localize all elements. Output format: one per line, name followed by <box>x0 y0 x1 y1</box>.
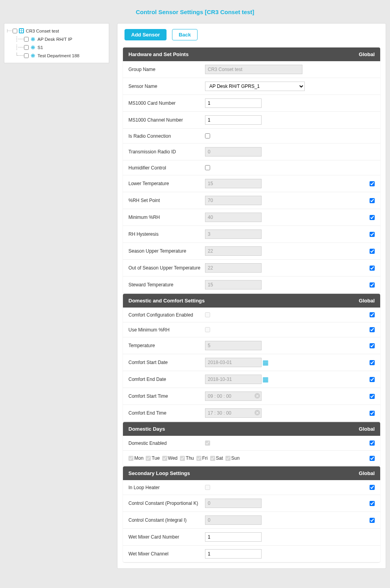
field-label: Control Constant (Integral I) <box>128 517 205 523</box>
global-checkbox[interactable] <box>370 485 375 490</box>
sensor-name-select[interactable]: AP Desk RH/T GPRS_1 <box>205 82 305 91</box>
loop-panel: Secondary Loop Settings Global In Loop H… <box>123 466 380 562</box>
global-checkbox[interactable] <box>370 327 375 332</box>
wet-card-input[interactable] <box>205 532 262 542</box>
group-name-input <box>205 65 302 74</box>
field-label: Steward Temperature <box>128 282 205 288</box>
tree-checkbox[interactable] <box>24 37 29 42</box>
back-button[interactable]: Back <box>172 29 198 40</box>
tree-label: S1 <box>37 45 43 50</box>
lower-temp-input <box>205 179 262 188</box>
days-panel: Domestic Days Global Domestic Enabled Mo… <box>123 422 380 466</box>
global-header-label: Global <box>359 298 375 304</box>
field-label: Out of Season Upper Temperature <box>128 265 205 271</box>
comfort-start-time-input <box>205 391 262 401</box>
clear-icon[interactable]: ✕ <box>255 393 260 399</box>
day-sun-checkbox <box>225 456 231 461</box>
global-header-label: Global <box>359 426 375 432</box>
card-number-input[interactable] <box>205 98 262 108</box>
rh-set-input <box>205 196 262 205</box>
tree-connector: └┄┄ <box>15 53 23 58</box>
panel-title: Secondary Loop Settings <box>128 470 190 476</box>
panel-title: Hardware and Set Points <box>128 51 189 57</box>
global-checkbox[interactable] <box>370 518 375 523</box>
tree-checkbox[interactable] <box>13 29 17 33</box>
global-checkbox[interactable] <box>370 360 375 365</box>
prop-k-input <box>205 499 262 508</box>
tree-checkbox[interactable] <box>24 45 29 50</box>
tree-node-child[interactable]: └┄┄ ❋ Test Department 188 <box>7 51 106 60</box>
field-label: Is Radio Connection <box>128 133 205 139</box>
domestic-temp-input <box>205 341 262 350</box>
global-checkbox[interactable] <box>370 441 375 446</box>
day-tue-checkbox <box>146 456 151 461</box>
global-checkbox[interactable] <box>370 282 375 288</box>
global-checkbox[interactable] <box>370 501 375 506</box>
tree-node-child[interactable]: ┊┄┄ ❋ AP Desk RH/T IP <box>7 35 106 43</box>
channel-number-input[interactable] <box>205 115 262 125</box>
field-label: Wet Mixer Channel <box>128 551 205 557</box>
day-label: Mon <box>134 455 143 461</box>
global-checkbox[interactable] <box>370 181 375 186</box>
global-checkbox[interactable] <box>370 343 375 348</box>
field-label: Transmission Radio ID <box>128 149 205 155</box>
comfort-end-time-input <box>205 408 262 418</box>
global-checkbox[interactable] <box>370 394 375 399</box>
field-label: Use Minimum %RH <box>128 327 205 333</box>
global-checkbox[interactable] <box>370 456 375 461</box>
field-label: MS1000 Channel Number <box>128 117 205 123</box>
tree-connector: ⊦┄ <box>7 28 12 34</box>
humidifier-checkbox[interactable] <box>205 165 210 170</box>
out-season-upper-input <box>205 263 262 273</box>
tree-label: AP Desk RH/T IP <box>37 37 72 42</box>
main-panel: Add Sensor Back Hardware and Set Points … <box>117 23 386 569</box>
tree-node-root[interactable]: ⊦┄ CR3 Conset test <box>7 27 106 35</box>
panel-title: Domestic and Comfort Settings <box>128 298 205 304</box>
tree-connector: ┊┄┄ <box>15 36 23 42</box>
global-checkbox[interactable] <box>370 377 375 382</box>
global-checkbox[interactable] <box>370 312 375 317</box>
wet-channel-input[interactable] <box>205 549 262 559</box>
fan-icon: ❋ <box>30 45 36 50</box>
day-thu-checkbox <box>180 456 185 461</box>
day-mon-checkbox <box>128 456 134 461</box>
global-header-label: Global <box>359 470 375 476</box>
field-label: Domestic Enabled <box>128 441 205 446</box>
add-sensor-button[interactable]: Add Sensor <box>125 29 167 40</box>
field-label: Comfort Start Time <box>128 393 205 399</box>
domestic-enabled-checkbox <box>205 441 210 446</box>
field-label: Sensor Name <box>128 84 205 89</box>
tree-checkbox[interactable] <box>24 53 29 58</box>
global-header-label: Global <box>359 51 375 57</box>
sidebar-tree: ⊦┄ CR3 Conset test ┊┄┄ ❋ AP Desk RH/T IP… <box>4 23 109 63</box>
in-loop-checkbox <box>205 485 210 490</box>
day-wed-checkbox <box>162 456 167 461</box>
field-label: Group Name <box>128 67 205 72</box>
min-rh-input <box>205 213 262 222</box>
global-checkbox[interactable] <box>370 411 375 416</box>
panel-title: Domestic Days <box>128 426 165 432</box>
day-label: Sat <box>216 455 223 461</box>
field-label: MS1000 Card Number <box>128 100 205 106</box>
global-checkbox[interactable] <box>370 249 375 254</box>
global-checkbox[interactable] <box>370 232 375 237</box>
field-label: %RH Set Point <box>128 198 205 203</box>
is-radio-checkbox[interactable] <box>205 133 210 138</box>
global-checkbox[interactable] <box>370 198 375 203</box>
grid-icon <box>19 28 24 34</box>
field-label: Comfort End Date <box>128 377 205 382</box>
fan-icon: ❋ <box>30 53 36 58</box>
comfort-end-date-input <box>205 375 262 384</box>
hardware-panel: Hardware and Set Points Global Group Nam… <box>123 47 380 293</box>
global-checkbox[interactable] <box>370 215 375 220</box>
tree-node-child[interactable]: ┊┄┄ ❋ S1 <box>7 43 106 51</box>
day-label: Wed <box>168 455 178 461</box>
global-checkbox[interactable] <box>370 266 375 271</box>
day-label: Fri <box>202 455 208 461</box>
field-label: Temperature <box>128 343 205 348</box>
clear-icon[interactable]: ✕ <box>255 410 260 415</box>
tree-connector: ┊┄┄ <box>15 44 23 50</box>
field-label: Humidifier Control <box>128 165 205 171</box>
field-label: Comfort End Time <box>128 410 205 416</box>
field-label: Comfort Start Date <box>128 360 205 365</box>
